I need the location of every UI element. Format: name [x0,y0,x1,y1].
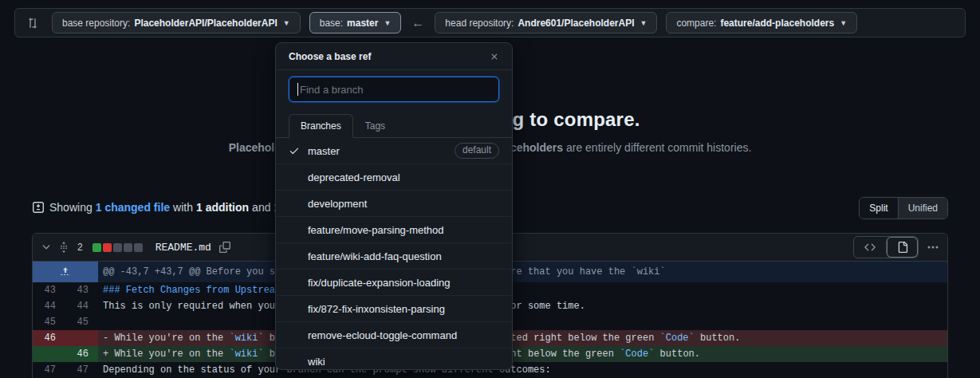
dropdown-caret-icon: ▼ [840,19,847,27]
old-line-number: 47 [33,362,65,378]
collapse-chevron-icon[interactable] [41,242,52,253]
dropdown-caret-icon: ▼ [283,19,290,27]
kebab-menu-icon[interactable] [927,241,939,254]
branch-name: remove-ecloud-toggle-command [308,329,457,341]
default-badge: default [455,143,499,159]
diff-render-toggle [853,236,919,258]
ref-menu-header: Choose a base ref [276,43,512,70]
code-icon [864,242,876,253]
ref-search-area: Find a branch [276,70,512,108]
drag-handle-icon[interactable] [58,242,69,253]
check-icon [289,145,301,156]
file-name: README.md [155,242,211,254]
head-repository-button[interactable]: head repository: Andre601/PlaceholderAPI… [435,12,657,33]
diff-line-content: + While you're on the `wiki` branch, cli… [98,346,947,362]
dropdown-caret-icon: ▼ [384,19,391,27]
dropdown-caret-icon: ▼ [640,19,647,27]
new-line-number: 47 [65,362,98,378]
diff-line-content: - While you're on the `wiki` branch, cli… [98,330,947,346]
search-input[interactable]: Find a branch [289,77,499,102]
diff-line-content: Depending on the status of your branch c… [98,362,947,378]
new-line-number: 45 [65,314,98,330]
branch-name: feature/move-parsing-method [308,224,444,236]
new-line-number: 43 [65,282,98,298]
ref-menu-title: Choose a base ref [289,51,371,62]
file-diff-icon [32,201,45,214]
changed-files-link[interactable]: 1 changed file [96,201,170,214]
diff-line-content: This is only required when your fork of … [98,298,947,314]
branch-item[interactable]: fix/872-fix-inxonsisten-parsing [276,296,512,322]
new-line-number [65,330,98,346]
diff-line-content [98,314,947,330]
branch-name: master [308,145,340,157]
split-view-button[interactable]: Split [860,198,897,219]
new-line-number: 44 [65,298,98,314]
branch-item[interactable]: masterdefault [276,138,512,164]
diffstat-block-red [103,243,112,252]
ref-menu-tabs: BranchesTags [276,108,512,138]
diff-line-content: ### Fetch Changes from Upstream [98,282,947,298]
text-caret [297,83,298,96]
search-placeholder: Find a branch [300,84,364,96]
diffstat-block-gray [134,243,143,252]
copy-path-icon[interactable] [219,242,230,253]
branch-list: masterdefaultdeprecated-removaldevelopme… [276,138,512,370]
additions-count: 1 addition [196,201,249,214]
branch-name: wiki [308,356,325,368]
branch-item[interactable]: development [276,191,512,217]
branch-item[interactable]: feature/wiki-add-faq-question [276,243,512,270]
base-ref-selector-menu: Choose a base ref Find a branch Branches… [275,42,513,370]
diff-view-toggle: Split Unified [859,197,948,219]
file-icon [897,242,908,253]
branch-name: deprecated-removal [308,171,400,183]
diffstat-block-gray [124,243,132,252]
old-line-number: 44 [33,298,65,314]
base-repository-button[interactable]: base repository: PlaceholderAPI/Placehol… [52,12,301,33]
arrow-left-icon: ← [410,16,426,30]
check-icon [289,145,300,156]
branch-item[interactable]: remove-ecloud-toggle-command [276,322,512,348]
rich-view-button[interactable] [886,237,918,258]
base-ref-button[interactable]: base: master ▼ [309,12,402,33]
diffstat-blocks [92,243,143,252]
diff-line-content: @@ -43,7 +43,7 @@ Before you start out w… [98,262,947,282]
branch-item[interactable]: deprecated-removal [276,164,512,191]
branch-name: feature/wiki-add-faq-question [308,250,442,262]
changes-count: 2 [77,242,83,253]
compare-ref-button[interactable]: compare: feature/add-placeholders ▼ [666,12,857,33]
expand-hunk-button[interactable] [33,262,98,282]
branch-name: fix/duplicate-expansion-loading [308,277,451,289]
old-line-number: 43 [33,282,65,298]
branch-name: fix/872-fix-inxonsisten-parsing [308,303,445,315]
diffstat-block-gray [113,243,122,252]
expand-hunk-icon [60,266,71,278]
tab-branches[interactable]: Branches [289,114,353,138]
new-line-number: 46 [65,346,98,362]
branch-item[interactable]: wiki [276,348,512,370]
source-view-button[interactable] [854,237,886,258]
old-line-number: 45 [33,314,65,330]
diffstat-block-green [92,243,101,252]
branch-item[interactable]: fix/duplicate-expansion-loading [276,270,512,296]
close-icon[interactable] [490,52,499,61]
unified-view-button[interactable]: Unified [898,198,947,219]
tab-tags[interactable]: Tags [353,114,397,138]
branch-item[interactable]: feature/move-parsing-method [276,217,512,243]
git-compare-icon [26,17,39,30]
branch-name: development [308,198,367,210]
compare-toolbar: base repository: PlaceholderAPI/Placehol… [14,8,966,37]
old-line-number [33,346,65,362]
old-line-number: 46 [33,330,65,346]
